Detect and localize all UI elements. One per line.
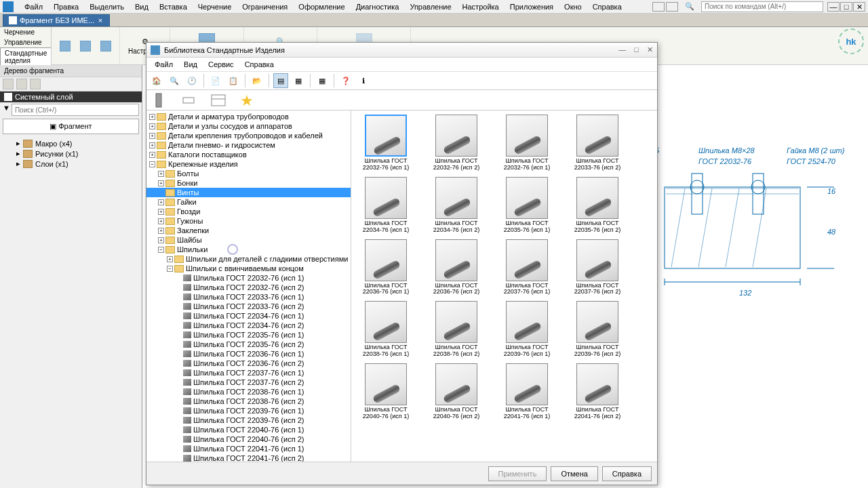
mode-table-tab[interactable] [210,92,226,108]
expand-icon[interactable]: + [158,171,164,177]
lib-tree-item[interactable]: +Шайбы [146,235,351,245]
thumbnail-item[interactable]: Шпилька ГОСТ 22034-76 (исп 2) [426,177,487,234]
expand-icon[interactable]: − [158,247,164,253]
expand-icon[interactable]: + [149,133,155,139]
thumbnail-item[interactable]: Шпилька ГОСТ 22032-76 (исп 1) [496,115,557,171]
tool-help[interactable]: ❓ [338,73,353,88]
expand-icon[interactable]: + [149,114,155,120]
expand-icon[interactable]: + [149,142,155,148]
ribbon-tab-drawing[interactable]: Черчение [0,27,51,37]
lib-tree-item[interactable]: Шпилька ГОСТ 22040-76 (исп 2) [146,434,351,444]
lib-tree-item[interactable]: Шпилька ГОСТ 22036-76 (исп 1) [146,349,351,359]
dlg-menu-Сервис[interactable]: Сервис [204,59,238,70]
lib-tree-item[interactable]: Шпилька ГОСТ 22035-76 (исп 2) [146,340,351,349]
tool-view-list[interactable]: ▤ [273,73,288,88]
apply-button[interactable]: Применить [488,466,547,481]
tree-item[interactable]: ▸Рисунки (x1) [0,148,142,159]
dlg-menu-Справка[interactable]: Справка [241,59,278,70]
lib-tree-item[interactable]: Шпилька ГОСТ 22038-76 (исп 2) [146,396,351,406]
menu-Файл[interactable]: Файл [19,1,48,12]
lib-tree-item[interactable]: Шпилька ГОСТ 22034-76 (исп 1) [146,311,351,321]
menu-Вид[interactable]: Вид [130,1,154,12]
thumbnail-item[interactable]: Шпилька ГОСТ 22040-76 (исп 2) [426,363,487,420]
lib-tree-item[interactable]: −Шпильки [146,245,351,254]
tool-folder[interactable]: 📂 [250,73,264,88]
thumbnail-item[interactable]: Шпилька ГОСТ 22039-76 (исп 2) [567,301,628,358]
lib-tree-item[interactable]: Шпилька ГОСТ 22038-76 (исп 1) [146,387,351,396]
dialog-minimize-button[interactable]: — [618,45,626,54]
mode-assembly-tab[interactable] [180,92,197,108]
dlg-menu-Вид[interactable]: Вид [180,59,201,70]
tree-tool-2[interactable] [16,79,27,89]
thumbnail-item[interactable]: Шпилька ГОСТ 22033-76 (исп 2) [567,115,628,171]
lib-tree-item[interactable]: +Детали крепления трубопроводов и кабеле… [146,131,351,140]
thumbnail-item[interactable]: Шпилька ГОСТ 22041-76 (исп 1) [496,363,557,420]
lib-tree-item[interactable]: +Гвозди [146,207,351,216]
tree-tool-3[interactable] [30,79,41,89]
lib-tree-item[interactable]: Шпилька ГОСТ 22033-76 (исп 2) [146,302,351,311]
lib-tree-item[interactable]: +Детали и узлы сосудов и аппаратов [146,121,351,131]
expand-icon[interactable]: + [158,209,164,215]
expand-icon[interactable]: + [158,180,164,186]
tool-find[interactable]: 🔍 [167,73,182,88]
cancel-button[interactable]: Отмена [551,466,597,481]
tree-search-input[interactable] [12,104,139,116]
thumbnail-item[interactable]: Шпилька ГОСТ 22036-76 (исп 1) [355,239,416,296]
lib-tree-item[interactable]: Шпилька ГОСТ 22039-76 (исп 1) [146,406,351,415]
menu-Вставка[interactable]: Вставка [154,1,193,12]
menu-Черчение[interactable]: Черчение [193,1,237,12]
ribbon-tab-standard[interactable]: Стандартные изделия [0,47,51,66]
tool-view-detail[interactable]: ▦ [291,73,306,88]
tool-history[interactable]: 🕐 [184,73,199,88]
lib-tree-item[interactable]: Шпилька ГОСТ 22039-76 (исп 2) [146,415,351,425]
thumbnail-item[interactable]: Шпилька ГОСТ 22038-76 (исп 1) [355,301,416,358]
dlg-menu-Файл[interactable]: Файл [151,59,177,70]
tool-grid[interactable]: ▦ [315,73,330,88]
thumbnail-item[interactable]: Шпилька ГОСТ 22032-76 (исп 2) [426,115,487,171]
tool-paste[interactable]: 📋 [226,73,241,88]
thumbnail-item[interactable]: Шпилька ГОСТ 22034-76 (исп 1) [355,177,416,234]
lib-tree-item[interactable]: Шпилька ГОСТ 22033-76 (исп 1) [146,292,351,302]
dialog-maximize-button[interactable]: □ [634,45,639,54]
minimize-button[interactable]: — [827,2,840,12]
ribbon-tab-management[interactable]: Управление [0,37,51,47]
dialog-close-button[interactable]: ✕ [647,45,653,54]
menu-Окно[interactable]: Окно [559,1,587,12]
lib-tree-item[interactable]: +Шпильки для деталей с гладкими отверсти… [146,254,351,264]
small-btn-3[interactable] [98,39,114,53]
menu-Оформление[interactable]: Оформление [293,1,350,12]
lib-tree-item[interactable]: Шпилька ГОСТ 22032-76 (исп 2) [146,283,351,292]
lib-tree-item[interactable]: +Детали пневмо- и гидросистем [146,140,351,150]
lib-tree-item[interactable]: Шпилька ГОСТ 22034-76 (исп 2) [146,321,351,330]
lib-tree-item[interactable]: −Шпильки с ввинчиваемым концом [146,264,351,273]
close-tab-icon[interactable]: × [97,17,104,24]
lib-tree-item[interactable]: +Гайки [146,197,351,207]
tool-copy[interactable]: 📄 [208,73,223,88]
lib-tree-item[interactable]: Шпилька ГОСТ 22037-76 (исп 2) [146,378,351,387]
expand-icon[interactable]: + [158,218,164,224]
thumbnail-item[interactable]: Шпилька ГОСТ 22037-76 (исп 1) [496,239,557,296]
lib-tree-item[interactable]: −Крепежные изделия [146,159,351,169]
close-button[interactable]: ✕ [853,2,865,12]
lib-tree-item[interactable]: Винты [146,188,351,197]
thumbnail-item[interactable]: Шпилька ГОСТ 22032-76 (исп 1) [355,115,416,171]
menu-Справка[interactable]: Справка [587,1,627,12]
thumbnail-item[interactable]: Шпилька ГОСТ 22037-76 (исп 2) [567,239,628,296]
menu-Выделить[interactable]: Выделить [84,1,130,12]
small-btn-2[interactable] [77,39,94,53]
filter-icon[interactable]: ▼ [3,104,10,116]
expand-icon[interactable]: + [158,199,164,205]
lib-tree-item[interactable]: Шпилька ГОСТ 22041-76 (исп 2) [146,453,351,462]
expand-icon[interactable]: + [158,237,164,243]
lib-tree-item[interactable]: +Заклепки [146,226,351,235]
lib-tree-item[interactable]: Шпилька ГОСТ 22037-76 (исп 1) [146,368,351,378]
doc-tab-fragment[interactable]: Фрагмент БЕЗ ИМЕ... × [3,14,110,26]
tree-tool-1[interactable] [3,79,14,89]
lib-tree-item[interactable]: +Болты [146,169,351,178]
menu-Диагностика[interactable]: Диагностика [351,1,405,12]
dialog-titlebar[interactable]: Библиотека Стандартные Изделия — □ ✕ [146,43,657,58]
library-tree[interactable]: +Детали и арматура трубопроводов+Детали … [146,110,351,462]
thumbnail-item[interactable]: Шпилька ГОСТ 22035-76 (исп 2) [567,177,628,234]
menu-Ограничения[interactable]: Ограничения [237,1,293,12]
thumbnail-item[interactable]: Шпилька ГОСТ 22040-76 (исп 1) [355,363,416,420]
